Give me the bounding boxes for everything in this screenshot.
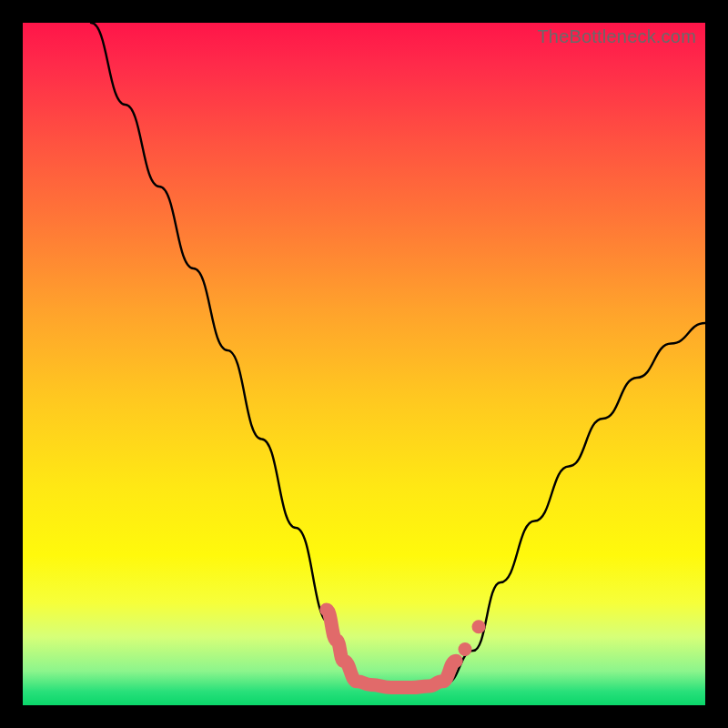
plot-area: TheBottleneck.com — [23, 23, 705, 705]
bottleneck-curve — [91, 23, 705, 688]
highlight-band — [327, 610, 457, 688]
highlight-dot — [472, 620, 486, 633]
highlight-dot — [459, 642, 472, 656]
outer-frame: TheBottleneck.com — [0, 0, 728, 728]
curve-svg — [23, 23, 705, 705]
